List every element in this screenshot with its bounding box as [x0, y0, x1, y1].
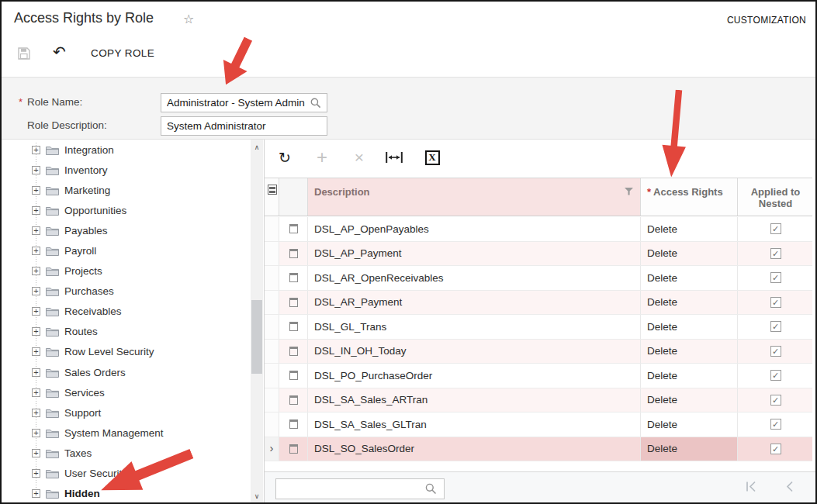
applied-checkbox[interactable]: ✓: [770, 419, 781, 430]
row-selector-cell[interactable]: ›: [265, 315, 279, 339]
expand-plus-icon[interactable]: +: [32, 307, 40, 316]
role-name-lookup-icon[interactable]: [310, 98, 321, 109]
expand-plus-icon[interactable]: +: [32, 469, 40, 478]
expand-plus-icon[interactable]: +: [32, 146, 40, 154]
table-row[interactable]: › DSL_IN_OH_Today Delete ✓: [265, 340, 812, 364]
applied-cell[interactable]: ✓: [738, 413, 813, 437]
expand-plus-icon[interactable]: +: [32, 247, 40, 255]
applied-checkbox[interactable]: ✓: [770, 248, 781, 259]
row-icon-cell[interactable]: [279, 266, 308, 290]
tree-item[interactable]: + Payroll: [2, 240, 251, 261]
copy-role-button[interactable]: COPY ROLE: [91, 47, 154, 59]
access-rights-cell[interactable]: Delete: [641, 413, 738, 437]
undo-button[interactable]: ↶: [53, 43, 66, 61]
applied-checkbox[interactable]: ✓: [770, 395, 781, 406]
expand-plus-icon[interactable]: +: [32, 449, 40, 457]
expand-plus-icon[interactable]: +: [32, 368, 40, 377]
table-row[interactable]: › DSL_SO_SalesOrder Delete ✓: [265, 437, 812, 462]
expand-plus-icon[interactable]: +: [32, 409, 40, 417]
description-cell[interactable]: DSL_SO_SalesOrder: [308, 437, 641, 461]
access-rights-column-header[interactable]: *Access Rights: [641, 178, 738, 216]
access-rights-cell[interactable]: Delete: [641, 315, 738, 339]
table-row[interactable]: › DSL_AP_OpenPayables Delete ✓: [265, 217, 812, 242]
expand-plus-icon[interactable]: +: [32, 267, 40, 275]
table-row[interactable]: › DSL_SA_Sales_ARTran Delete ✓: [265, 388, 812, 413]
tree-item[interactable]: + Payables: [2, 220, 251, 240]
tree-item[interactable]: + Row Level Security: [2, 342, 251, 362]
expand-plus-icon[interactable]: +: [32, 206, 40, 215]
description-cell[interactable]: DSL_IN_OH_Today: [308, 340, 641, 364]
table-row[interactable]: › DSL_PO_PurchaseOrder Delete ✓: [265, 364, 812, 388]
description-cell[interactable]: DSL_AR_OpenReceivables: [308, 266, 641, 290]
scroll-up-icon[interactable]: ∧: [251, 141, 263, 154]
refresh-button[interactable]: ↻: [274, 147, 296, 168]
tree-item[interactable]: + Receivables: [2, 302, 251, 322]
row-icon-cell[interactable]: [279, 364, 308, 388]
tree-item[interactable]: + Routes: [2, 322, 251, 342]
scroll-down-icon[interactable]: ∨: [251, 490, 263, 502]
tree-item[interactable]: + Inventory: [2, 160, 251, 180]
row-icon-cell[interactable]: [279, 217, 308, 241]
applied-checkbox[interactable]: ✓: [770, 444, 781, 454]
applied-cell[interactable]: ✓: [738, 315, 813, 339]
expand-plus-icon[interactable]: +: [32, 186, 40, 195]
access-rights-cell[interactable]: Delete: [641, 242, 738, 266]
row-selector-cell[interactable]: ›: [265, 364, 279, 388]
table-row[interactable]: › DSL_SA_Sales_GLTran Delete ✓: [265, 413, 812, 437]
role-name-input[interactable]: [161, 93, 327, 112]
description-cell[interactable]: DSL_PO_PurchaseOrder: [308, 364, 641, 388]
access-rights-cell[interactable]: Delete: [641, 217, 738, 241]
applied-cell[interactable]: ✓: [738, 364, 813, 388]
row-icon-cell[interactable]: [279, 315, 308, 339]
filter-icon[interactable]: [625, 188, 633, 195]
customization-menu[interactable]: CUSTOMIZATION: [727, 15, 806, 26]
row-selector-cell[interactable]: ›: [265, 217, 279, 241]
tree-item[interactable]: + Sales Orders: [2, 362, 251, 382]
applied-cell[interactable]: ✓: [738, 291, 813, 315]
row-icon-cell[interactable]: [279, 242, 308, 266]
access-rights-cell[interactable]: Delete: [641, 437, 738, 461]
description-column-header[interactable]: Description: [308, 178, 641, 216]
row-icon-cell[interactable]: [279, 291, 308, 315]
tree-item[interactable]: + User Security: [2, 464, 251, 484]
expand-plus-icon[interactable]: +: [32, 166, 40, 174]
expand-plus-icon[interactable]: +: [32, 489, 40, 498]
row-selector-cell[interactable]: ›: [265, 291, 279, 315]
search-icon[interactable]: [425, 483, 437, 495]
description-cell[interactable]: DSL_GL_Trans: [308, 315, 641, 339]
tree-item[interactable]: + Integration: [2, 140, 251, 160]
row-icon-cell[interactable]: [279, 340, 308, 364]
table-row[interactable]: › DSL_GL_Trans Delete ✓: [265, 315, 812, 340]
tree-item[interactable]: + Taxes: [2, 443, 251, 463]
delete-row-button[interactable]: ×: [348, 147, 370, 168]
row-icon-cell[interactable]: [279, 388, 308, 413]
tree-scrollbar[interactable]: ∧ ∨: [251, 140, 263, 504]
expand-plus-icon[interactable]: +: [32, 327, 40, 336]
description-cell[interactable]: DSL_AR_Payment: [308, 291, 641, 315]
previous-page-button[interactable]: [786, 481, 794, 492]
export-excel-button[interactable]: X: [421, 147, 443, 168]
applied-checkbox[interactable]: ✓: [770, 297, 781, 308]
role-description-input[interactable]: [161, 116, 327, 136]
row-selector-cell[interactable]: ›: [265, 388, 279, 413]
row-icon-cell[interactable]: [279, 437, 308, 461]
expand-plus-icon[interactable]: +: [32, 347, 40, 356]
applied-cell[interactable]: ✓: [738, 437, 813, 461]
fit-width-button[interactable]: [383, 147, 405, 168]
first-page-button[interactable]: [746, 481, 756, 492]
tree-item[interactable]: + System Management: [2, 423, 251, 443]
row-icon-cell[interactable]: [279, 413, 308, 437]
access-rights-cell[interactable]: Delete: [641, 266, 738, 290]
table-row[interactable]: › DSL_AP_Payment Delete ✓: [265, 242, 812, 267]
applied-cell[interactable]: ✓: [738, 242, 813, 266]
applied-cell[interactable]: ✓: [738, 340, 813, 364]
applied-checkbox[interactable]: ✓: [770, 370, 781, 381]
row-selector-cell[interactable]: ›: [265, 266, 279, 290]
access-rights-cell[interactable]: Delete: [641, 388, 738, 413]
access-rights-cell[interactable]: Delete: [641, 291, 738, 315]
applied-checkbox[interactable]: ✓: [770, 272, 781, 283]
tree-item[interactable]: + Services: [2, 382, 251, 402]
tree-item[interactable]: + Support: [2, 402, 251, 423]
tree-item[interactable]: + Purchases: [2, 281, 251, 302]
description-cell[interactable]: DSL_AP_Payment: [308, 242, 641, 266]
